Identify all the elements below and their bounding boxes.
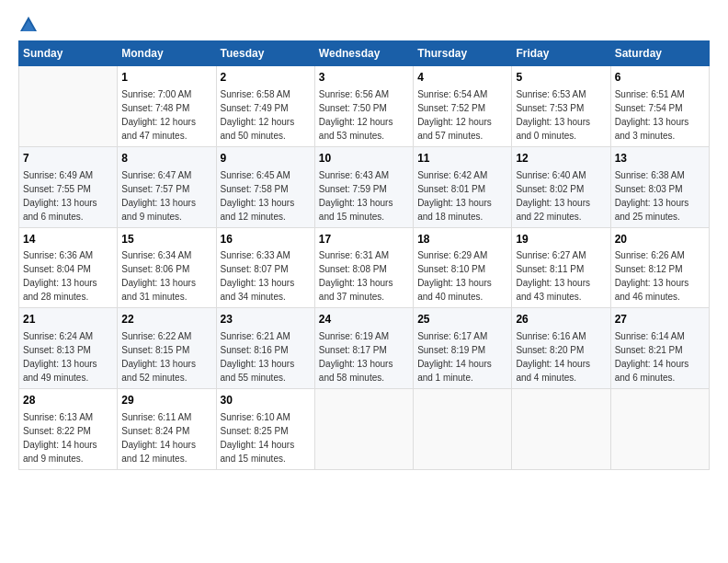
calendar-cell: 14Sunrise: 6:36 AM Sunset: 8:04 PM Dayli…	[19, 227, 118, 308]
day-number: 7	[23, 151, 113, 167]
calendar-cell: 30Sunrise: 6:10 AM Sunset: 8:25 PM Dayli…	[216, 389, 314, 470]
logo	[18, 15, 42, 35]
calendar-cell: 6Sunrise: 6:51 AM Sunset: 7:54 PM Daylig…	[610, 66, 709, 147]
day-number: 27	[615, 312, 705, 327]
day-info: Sunrise: 6:26 AM Sunset: 8:12 PM Dayligh…	[615, 250, 689, 302]
day-info: Sunrise: 6:42 AM Sunset: 8:01 PM Dayligh…	[417, 170, 492, 222]
header	[18, 15, 710, 35]
day-info: Sunrise: 6:29 AM Sunset: 8:10 PM Dayligh…	[417, 250, 492, 302]
weekday-header-wednesday: Wednesday	[314, 41, 413, 66]
calendar-cell: 25Sunrise: 6:17 AM Sunset: 8:19 PM Dayli…	[414, 308, 512, 389]
day-info: Sunrise: 6:19 AM Sunset: 8:17 PM Dayligh…	[319, 331, 393, 383]
day-info: Sunrise: 6:47 AM Sunset: 7:57 PM Dayligh…	[121, 170, 196, 222]
day-info: Sunrise: 6:51 AM Sunset: 7:54 PM Dayligh…	[615, 89, 689, 141]
calendar-cell	[314, 389, 413, 470]
calendar-week-2: 7Sunrise: 6:49 AM Sunset: 7:55 PM Daylig…	[19, 146, 710, 227]
weekday-header-monday: Monday	[118, 41, 216, 66]
day-info: Sunrise: 6:14 AM Sunset: 8:21 PM Dayligh…	[615, 331, 689, 383]
day-number: 10	[319, 151, 409, 167]
calendar-week-5: 28Sunrise: 6:13 AM Sunset: 8:22 PM Dayli…	[19, 389, 710, 470]
calendar-cell: 18Sunrise: 6:29 AM Sunset: 8:10 PM Dayli…	[414, 227, 512, 308]
calendar-cell: 16Sunrise: 6:33 AM Sunset: 8:07 PM Dayli…	[216, 227, 314, 308]
weekday-header-sunday: Sunday	[19, 41, 118, 66]
calendar-cell: 19Sunrise: 6:27 AM Sunset: 8:11 PM Dayli…	[512, 227, 610, 308]
day-info: Sunrise: 6:22 AM Sunset: 8:15 PM Dayligh…	[121, 331, 196, 383]
calendar-cell: 11Sunrise: 6:42 AM Sunset: 8:01 PM Dayli…	[414, 146, 512, 227]
day-info: Sunrise: 6:43 AM Sunset: 7:59 PM Dayligh…	[319, 170, 393, 222]
day-number: 8	[121, 151, 211, 167]
day-info: Sunrise: 6:13 AM Sunset: 8:22 PM Dayligh…	[23, 412, 97, 464]
day-number: 20	[615, 232, 705, 247]
day-info: Sunrise: 6:38 AM Sunset: 8:03 PM Dayligh…	[615, 170, 689, 222]
day-number: 21	[23, 312, 113, 327]
day-number: 26	[516, 312, 606, 327]
weekday-header-saturday: Saturday	[610, 41, 709, 66]
calendar-cell: 21Sunrise: 6:24 AM Sunset: 8:13 PM Dayli…	[19, 308, 118, 389]
calendar-week-1: 1Sunrise: 7:00 AM Sunset: 7:48 PM Daylig…	[19, 66, 710, 147]
day-info: Sunrise: 6:21 AM Sunset: 8:16 PM Dayligh…	[221, 331, 295, 383]
day-info: Sunrise: 6:31 AM Sunset: 8:08 PM Dayligh…	[319, 250, 393, 302]
day-number: 9	[221, 151, 311, 167]
day-info: Sunrise: 6:53 AM Sunset: 7:53 PM Dayligh…	[516, 89, 590, 141]
day-info: Sunrise: 6:16 AM Sunset: 8:20 PM Dayligh…	[516, 331, 590, 383]
day-number: 29	[121, 393, 211, 408]
day-number: 19	[516, 232, 606, 247]
calendar-cell	[414, 389, 512, 470]
calendar-cell	[610, 389, 709, 470]
day-number: 14	[23, 232, 113, 247]
calendar-cell: 7Sunrise: 6:49 AM Sunset: 7:55 PM Daylig…	[19, 146, 118, 227]
day-number: 24	[319, 312, 409, 327]
calendar-cell: 9Sunrise: 6:45 AM Sunset: 7:58 PM Daylig…	[216, 146, 314, 227]
calendar-cell: 24Sunrise: 6:19 AM Sunset: 8:17 PM Dayli…	[314, 308, 413, 389]
day-info: Sunrise: 7:00 AM Sunset: 7:48 PM Dayligh…	[121, 89, 196, 141]
day-info: Sunrise: 6:10 AM Sunset: 8:25 PM Dayligh…	[221, 412, 295, 464]
day-number: 2	[221, 70, 311, 86]
day-info: Sunrise: 6:45 AM Sunset: 7:58 PM Dayligh…	[221, 170, 295, 222]
calendar-cell: 5Sunrise: 6:53 AM Sunset: 7:53 PM Daylig…	[512, 66, 610, 147]
day-info: Sunrise: 6:24 AM Sunset: 8:13 PM Dayligh…	[23, 331, 97, 383]
day-number: 25	[417, 312, 507, 327]
calendar-week-4: 21Sunrise: 6:24 AM Sunset: 8:13 PM Dayli…	[19, 308, 710, 389]
calendar-cell: 15Sunrise: 6:34 AM Sunset: 8:06 PM Dayli…	[118, 227, 216, 308]
day-info: Sunrise: 6:58 AM Sunset: 7:49 PM Dayligh…	[221, 89, 295, 141]
calendar-cell: 1Sunrise: 7:00 AM Sunset: 7:48 PM Daylig…	[118, 66, 216, 147]
calendar-cell: 20Sunrise: 6:26 AM Sunset: 8:12 PM Dayli…	[610, 227, 709, 308]
day-info: Sunrise: 6:27 AM Sunset: 8:11 PM Dayligh…	[516, 250, 590, 302]
day-number: 1	[121, 70, 211, 86]
calendar-cell: 2Sunrise: 6:58 AM Sunset: 7:49 PM Daylig…	[216, 66, 314, 147]
day-number: 6	[615, 70, 705, 86]
weekday-header-tuesday: Tuesday	[216, 41, 314, 66]
calendar-cell: 22Sunrise: 6:22 AM Sunset: 8:15 PM Dayli…	[118, 308, 216, 389]
day-number: 12	[516, 151, 606, 167]
day-info: Sunrise: 6:36 AM Sunset: 8:04 PM Dayligh…	[23, 250, 97, 302]
calendar-cell: 23Sunrise: 6:21 AM Sunset: 8:16 PM Dayli…	[216, 308, 314, 389]
day-info: Sunrise: 6:49 AM Sunset: 7:55 PM Dayligh…	[23, 170, 97, 222]
day-number: 30	[221, 393, 311, 408]
day-number: 17	[319, 232, 409, 247]
calendar-cell: 4Sunrise: 6:54 AM Sunset: 7:52 PM Daylig…	[414, 66, 512, 147]
day-info: Sunrise: 6:17 AM Sunset: 8:19 PM Dayligh…	[417, 331, 492, 383]
calendar-cell: 28Sunrise: 6:13 AM Sunset: 8:22 PM Dayli…	[19, 389, 118, 470]
calendar-week-3: 14Sunrise: 6:36 AM Sunset: 8:04 PM Dayli…	[19, 227, 710, 308]
day-number: 5	[516, 70, 606, 86]
day-info: Sunrise: 6:54 AM Sunset: 7:52 PM Dayligh…	[417, 89, 492, 141]
day-number: 15	[121, 232, 211, 247]
calendar-cell: 17Sunrise: 6:31 AM Sunset: 8:08 PM Dayli…	[314, 227, 413, 308]
day-info: Sunrise: 6:56 AM Sunset: 7:50 PM Dayligh…	[319, 89, 393, 141]
calendar-cell: 8Sunrise: 6:47 AM Sunset: 7:57 PM Daylig…	[118, 146, 216, 227]
day-info: Sunrise: 6:40 AM Sunset: 8:02 PM Dayligh…	[516, 170, 590, 222]
calendar-table: SundayMondayTuesdayWednesdayThursdayFrid…	[18, 40, 710, 470]
calendar-cell	[512, 389, 610, 470]
calendar-cell: 26Sunrise: 6:16 AM Sunset: 8:20 PM Dayli…	[512, 308, 610, 389]
calendar-page: SundayMondayTuesdayWednesdayThursdayFrid…	[0, 0, 728, 485]
calendar-cell: 3Sunrise: 6:56 AM Sunset: 7:50 PM Daylig…	[314, 66, 413, 147]
weekday-header-friday: Friday	[512, 41, 610, 66]
calendar-cell: 29Sunrise: 6:11 AM Sunset: 8:24 PM Dayli…	[118, 389, 216, 470]
day-number: 23	[221, 312, 311, 327]
day-info: Sunrise: 6:11 AM Sunset: 8:24 PM Dayligh…	[121, 412, 196, 464]
calendar-cell: 13Sunrise: 6:38 AM Sunset: 8:03 PM Dayli…	[610, 146, 709, 227]
day-info: Sunrise: 6:34 AM Sunset: 8:06 PM Dayligh…	[121, 250, 196, 302]
day-number: 28	[23, 393, 113, 408]
calendar-cell	[19, 66, 118, 147]
day-number: 18	[417, 232, 507, 247]
